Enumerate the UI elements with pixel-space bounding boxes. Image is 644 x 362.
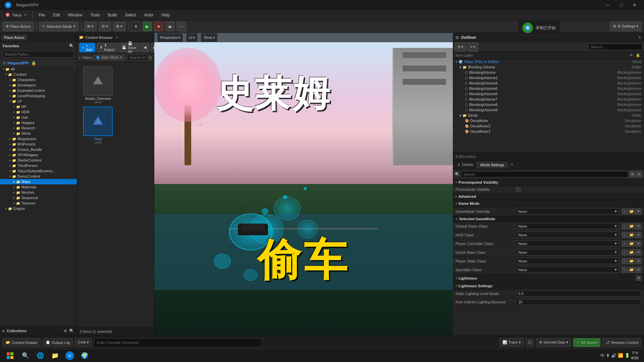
menu-select[interactable]: Select	[121, 11, 139, 19]
place-actors-btn[interactable]: ⊕ Place Actors	[3, 22, 34, 31]
dp-reset-icon[interactable]: ↺	[635, 223, 641, 229]
details-tab[interactable]: ℹ Details	[455, 161, 477, 168]
play-btn[interactable]: ▶	[143, 22, 152, 31]
spec-reset-icon[interactable]: ↺	[635, 267, 641, 273]
tray-icon-2[interactable]: 🔊	[611, 353, 616, 358]
outliner-row-bv8[interactable]: ⬡ BlockingVolume8 BlockingVolume	[453, 102, 644, 107]
tree-levelproto[interactable]: ▸ 📁 LevelPrototyping	[0, 93, 77, 99]
tray-icon-battery[interactable]: 🔋	[625, 353, 630, 358]
console-input[interactable]	[94, 338, 262, 347]
menu-build[interactable]: Build	[104, 11, 120, 19]
outliner-row-bv6[interactable]: ⬡ BlockingVolume6 BlockingVolume	[453, 91, 644, 97]
taskbar-browser1[interactable]: 🌐	[34, 350, 47, 362]
outliner-row-decal3[interactable]: 🎨 DecalActor3 DecalActor	[453, 129, 644, 134]
precompute-visibility-checkbox[interactable]	[516, 187, 521, 192]
ps-browse-icon[interactable]: 📂	[629, 258, 635, 264]
more-btn[interactable]: ⋯	[177, 22, 186, 31]
save-all-btn[interactable]: 💾 💾 Save All	[119, 43, 139, 52]
lock-icon[interactable]: 🔒	[31, 61, 36, 65]
viewport-lit-btn[interactable]: Lit ▾	[186, 33, 198, 42]
outliner-close-icon[interactable]: ✕	[638, 35, 641, 40]
ps-reset-icon[interactable]: ↺	[635, 258, 641, 264]
trace-btn[interactable]: 📊 Trace ▾	[499, 338, 524, 347]
gamemode-override-dropdown[interactable]: None ▾	[516, 208, 619, 215]
tree-mat[interactable]: ▸ 📁 mat	[0, 115, 77, 120]
dp-browse-icon[interactable]: 📂	[629, 223, 635, 229]
outliner-row-blocking-folder[interactable]: ▾ 📁 Blocking Volume Folder	[453, 64, 644, 70]
gm-browse-icon[interactable]: 📂	[629, 208, 635, 215]
maximize-button[interactable]: □	[614, 0, 628, 10]
gs-reset-icon[interactable]: ↺	[635, 249, 641, 255]
tree-engine[interactable]: ▸ 📁 Engine	[0, 206, 77, 211]
static-mesh-filter[interactable]: 🔷 Static Mesh ✕	[94, 55, 124, 60]
outliner-row-tokyo[interactable]: ▾ 🌍 Tokyo (Play In Editor) World	[453, 59, 644, 64]
spec-browse-icon[interactable]: 📂	[629, 267, 635, 273]
outliner-row-decal1[interactable]: 🎨 DecalActor DecalActor	[453, 118, 644, 123]
search-paths-input[interactable]	[3, 51, 74, 58]
gs-nav-icon[interactable]: ←	[622, 249, 628, 255]
outliner-row-bv1[interactable]: ⬡ BlockingVolume BlockingVolume	[453, 70, 644, 75]
import-btn[interactable]: ⬆ ⬆ Import	[97, 43, 117, 52]
cb-close-icon[interactable]: ✕	[115, 36, 118, 39]
tray-icon-wifi[interactable]: 📶	[618, 353, 623, 358]
camera-btn[interactable]: ⊞ ▾	[113, 22, 125, 31]
ps-nav-icon[interactable]: ←	[622, 258, 628, 264]
pause-btn[interactable]: ⏸	[131, 22, 141, 31]
tree-hdr[interactable]: ▸ 📁 HDR	[0, 109, 77, 115]
tree-all[interactable]: ▾ 📁 All	[0, 66, 77, 72]
taskbar-browser2[interactable]: 🌍	[78, 350, 91, 362]
file-tab[interactable]: 🎯 Tokyo ✕	[3, 11, 30, 19]
details-search-input[interactable]	[461, 171, 628, 177]
tree-textures[interactable]: ▸ 📁 Textures	[0, 200, 77, 206]
menu-window[interactable]: Window	[65, 11, 86, 19]
close-button[interactable]: ✕	[628, 0, 641, 10]
eject-btn[interactable]: ⏏	[165, 22, 175, 31]
tree-content-folder[interactable]: ▾ 📁 Content	[0, 72, 77, 77]
search-collection-icon[interactable]: 🔍	[69, 328, 74, 333]
outliner-row-bv5[interactable]: ⬡ BlockingVolume5 BlockingVolume	[453, 86, 644, 91]
menu-file[interactable]: File	[35, 11, 48, 19]
asset-tokyo[interactable]: Tokyo Level	[81, 107, 115, 144]
tree-democontent[interactable]: ▾ 📁 DemoContent	[0, 174, 77, 179]
tree-orasot[interactable]: ▸ 📁 Orasot_Bundle	[0, 147, 77, 152]
camera-record-btn[interactable]: 🎥	[526, 339, 534, 347]
static-lighting-scale-input[interactable]	[516, 291, 641, 297]
hud-reset-icon[interactable]: ↺	[635, 232, 641, 238]
outliner-row-bv9[interactable]: ⬡ BlockingVolume9 BlockingVolume	[453, 107, 644, 113]
gm-reset-icon[interactable]: ↺	[635, 208, 641, 215]
taskbar-search[interactable]: 🔍	[19, 350, 32, 362]
add-btn[interactable]: + + Add	[79, 43, 95, 52]
tree-reserch[interactable]: ▸ 📁 Reserch	[0, 125, 77, 131]
outliner-filter-btn[interactable]: ⊟ ▾	[455, 42, 466, 52]
tree-characters[interactable]: ▸ 📁 Characters	[0, 77, 77, 82]
tray-icon-1[interactable]: ⬆	[606, 353, 610, 358]
gs-browse-icon[interactable]: 📂	[629, 249, 635, 255]
minimize-button[interactable]: ─	[601, 0, 614, 10]
menu-tools[interactable]: Tools	[87, 11, 103, 19]
windows-start-btn[interactable]	[3, 350, 17, 362]
settings-btn[interactable]: ⚙ ⚙ Settings ▾	[610, 22, 641, 31]
stop-btn[interactable]: ■	[154, 22, 163, 31]
menu-actor[interactable]: Actor	[141, 11, 157, 19]
dp-nav-icon[interactable]: ←	[622, 223, 628, 229]
advanced-header[interactable]: ▸ Advanced	[453, 193, 644, 200]
outliner-sort-btn[interactable]: ≡ ▾	[468, 42, 478, 52]
asset-assets-overview[interactable]: Assets_Overview Level	[81, 66, 115, 104]
outliner-row-decal2[interactable]: 🎨 DecalActor2 DecalActor	[453, 123, 644, 129]
lightmass-header[interactable]: ▾ Lightmass ↺	[453, 274, 644, 283]
default-pawn-dropdown[interactable]: None ▾	[516, 223, 619, 229]
tree-developers[interactable]: ▸ 📁 Developers	[0, 82, 77, 88]
hud-browse-icon[interactable]: 📂	[629, 232, 635, 238]
tree-lp[interactable]: ▾ 📁 LP	[0, 99, 77, 104]
cmd-btn[interactable]: Cmd ▾	[75, 338, 92, 347]
tree-materials[interactable]: ▸ 📁 Materials	[0, 184, 77, 190]
output-log-btn[interactable]: 📋 Output Log	[43, 338, 73, 347]
tree-bp[interactable]: ▸ 📁 BP	[0, 104, 77, 109]
spec-nav-icon[interactable]: ←	[622, 267, 628, 273]
world-settings-tab[interactable]: World Settings	[477, 162, 508, 168]
selection-mode-btn[interactable]: ↖ Selection Mode ▾	[39, 22, 78, 31]
outliner-row-decal-folder[interactable]: ▾ 📁 Decal Folder	[453, 113, 644, 118]
sort-icon[interactable]: ⊟	[149, 55, 152, 60]
tree-sequence[interactable]: ▸ 📁 Sequence	[0, 195, 77, 200]
player-controller-dropdown[interactable]: None ▾	[516, 240, 619, 247]
